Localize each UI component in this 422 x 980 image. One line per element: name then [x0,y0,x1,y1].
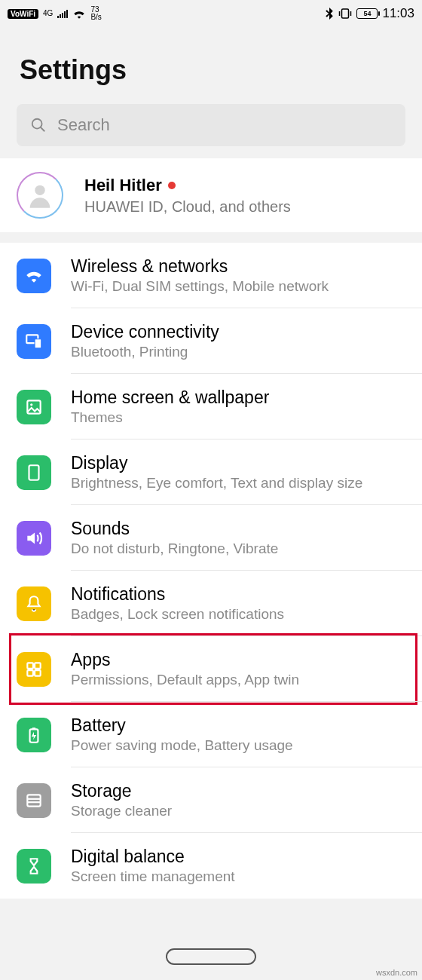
settings-row-storage[interactable]: StorageStorage cleaner [0,767,422,833]
row-title: Storage [71,781,422,801]
wallpaper-icon [17,390,51,424]
avatar [17,172,63,219]
row-subtitle: Do not disturb, Ringtone, Vibrate [71,541,422,557]
svg-rect-9 [27,663,33,669]
settings-row-bell[interactable]: NotificationsBadges, Lock screen notific… [0,571,422,636]
battery-icon: 54 [356,8,378,19]
svg-point-1 [32,119,42,129]
vowifi-badge: VoWiFi [8,9,38,19]
status-left: VoWiFi 4G 73 B/s [8,6,102,21]
row-text: AppsPermissions, Default apps, App twin [71,650,422,688]
battery-icon [17,718,51,752]
svg-rect-11 [27,670,33,676]
row-text: Digital balanceScreen time management [71,847,422,885]
net-speed: 73 B/s [90,6,101,21]
bluetooth-icon [325,8,334,20]
svg-rect-12 [35,670,41,676]
account-subtitle: HUAWEI ID, Cloud, and others [84,198,291,216]
wifi-icon [17,259,51,293]
row-title: Digital balance [71,847,422,867]
svg-point-7 [30,403,32,406]
svg-rect-10 [35,663,41,669]
row-text: Wireless & networksWi-Fi, Dual SIM setti… [71,256,422,295]
watermark: wsxdn.com [376,968,417,977]
row-title: Home screen & wallpaper [71,387,422,408]
row-title: Device connectivity [71,322,422,342]
row-subtitle: Power saving mode, Battery usage [71,737,422,754]
settings-row-apps[interactable]: AppsPermissions, Default apps, App twin [0,636,422,702]
notification-dot-icon [168,182,176,189]
svg-rect-8 [29,465,39,480]
svg-point-3 [35,185,44,195]
row-subtitle: Brightness, Eye comfort, Text and displa… [71,475,422,492]
svg-rect-5 [35,338,41,348]
row-subtitle: Themes [71,409,422,426]
svg-line-2 [41,127,45,132]
clock: 11:03 [382,6,414,21]
row-text: Home screen & wallpaperThemes [71,387,422,426]
settings-row-hourglass[interactable]: Digital balanceScreen time management [0,833,422,899]
row-subtitle: Screen time management [71,868,422,885]
search-placeholder: Search [57,115,110,135]
account-text: Heil Hitler HUAWEI ID, Cloud, and others [84,176,291,216]
storage-icon [17,783,51,818]
settings-row-display[interactable]: DisplayBrightness, Eye comfort, Text and… [0,439,422,505]
search-icon [30,117,47,133]
svg-rect-14 [32,727,35,729]
wifi-status-icon [72,8,86,19]
nav-pill[interactable] [166,948,256,965]
search-input[interactable]: Search [17,104,405,146]
row-title: Apps [71,650,422,670]
network-gen: 4G [43,10,53,17]
row-text: DisplayBrightness, Eye comfort, Text and… [71,453,422,492]
row-title: Display [71,453,422,473]
row-text: Device connectivityBluetooth, Printing [71,322,422,360]
display-icon [17,455,51,490]
hourglass-icon [17,849,51,884]
devices-icon [17,324,51,359]
status-right: 54 11:03 [325,6,414,21]
row-title: Wireless & networks [71,256,422,277]
status-bar: VoWiFi 4G 73 B/s 54 11:03 [0,0,422,27]
account-row[interactable]: Heil Hitler HUAWEI ID, Cloud, and others [0,158,422,232]
vibrate-icon [338,8,352,20]
row-text: StorageStorage cleaner [71,781,422,819]
svg-rect-15 [27,795,40,806]
settings-row-sound[interactable]: SoundsDo not disturb, Ringtone, Vibrate [0,505,422,571]
row-title: Sounds [71,519,422,539]
settings-row-battery[interactable]: BatteryPower saving mode, Battery usage [0,702,422,767]
account-name: Heil Hitler [84,176,162,195]
row-subtitle: Wi-Fi, Dual SIM settings, Mobile network [71,278,422,295]
row-text: SoundsDo not disturb, Ringtone, Vibrate [71,519,422,557]
settings-row-wallpaper[interactable]: Home screen & wallpaperThemes [0,374,422,439]
row-text: NotificationsBadges, Lock screen notific… [71,584,422,623]
row-subtitle: Bluetooth, Printing [71,344,422,360]
row-subtitle: Permissions, Default apps, App twin [71,672,422,688]
row-subtitle: Badges, Lock screen notifications [71,606,422,623]
page-title: Settings [0,27,422,104]
apps-icon [17,652,51,687]
svg-rect-0 [342,9,349,18]
row-title: Battery [71,715,422,736]
row-text: BatteryPower saving mode, Battery usage [71,715,422,754]
sound-icon [17,521,51,556]
svg-rect-6 [27,400,40,413]
settings-row-wifi[interactable]: Wireless & networksWi-Fi, Dual SIM setti… [0,243,422,308]
settings-row-devices[interactable]: Device connectivityBluetooth, Printing [0,308,422,374]
row-subtitle: Storage cleaner [71,803,422,819]
settings-list: Wireless & networksWi-Fi, Dual SIM setti… [0,243,422,899]
bell-icon [17,586,51,621]
signal-icon [57,9,68,18]
row-title: Notifications [71,584,422,605]
